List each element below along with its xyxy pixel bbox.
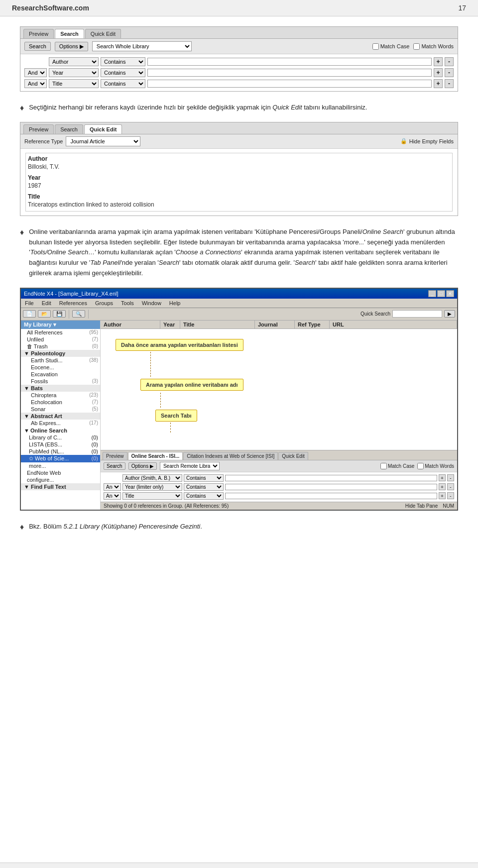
inner-field-2[interactable]: Year (limiter only) (122, 483, 182, 491)
sidebar-item-unfiled[interactable]: Unfiled (7) (21, 336, 100, 343)
inner-match-words-label[interactable]: Match Words (417, 463, 454, 469)
inner-op-2[interactable]: And (104, 483, 121, 491)
inner-options-button[interactable]: Options ▶ (128, 462, 157, 470)
inner-add-1[interactable]: + (439, 474, 446, 481)
inner-cond-1[interactable]: Contains (184, 474, 224, 482)
match-case-label[interactable]: Match Case (372, 43, 410, 50)
value-input-2[interactable] (147, 69, 432, 77)
quick-search-input[interactable] (392, 310, 442, 318)
add-row-1-button[interactable]: + (434, 57, 443, 66)
quick-search-button[interactable]: ▶ (444, 310, 455, 318)
field-select-3[interactable]: Title (49, 79, 99, 88)
add-row-3-button[interactable]: + (434, 79, 443, 88)
qe-tab-search[interactable]: Search (55, 124, 83, 134)
inner-match-words-checkbox[interactable] (417, 463, 424, 469)
menu-help[interactable]: Help (167, 300, 183, 307)
qe-tab-preview[interactable]: Preview (23, 124, 54, 134)
remove-row-3-button[interactable]: - (445, 79, 454, 88)
menu-groups[interactable]: Groups (93, 300, 115, 307)
search-button[interactable]: Search (24, 42, 51, 51)
sidebar-find-full-text[interactable]: ▼ Find Full Text (21, 483, 100, 490)
inner-op-3[interactable]: And (104, 492, 121, 500)
sidebar-item-trash[interactable]: 🗑 Trash (0) (21, 343, 100, 350)
qe-tab-quickedit[interactable]: Quick Edit (84, 124, 122, 134)
sidebar-sub-earth-studi[interactable]: Earth Studi... (38) (21, 357, 100, 364)
inner-remove-1[interactable]: - (447, 474, 454, 481)
sidebar-sub-echolocation[interactable]: Echolocation (7) (21, 399, 100, 406)
inner-val-3[interactable] (225, 493, 437, 499)
inner-tab-online-search[interactable]: Online Search - ISI... (128, 452, 183, 460)
options-button[interactable]: Options ▶ (55, 42, 88, 51)
inner-field-3[interactable]: Title (122, 492, 182, 500)
sidebar-sub-fossils[interactable]: Fossils (3) (21, 378, 100, 385)
inner-search-button[interactable]: Search (104, 462, 125, 470)
condition-select-1[interactable]: Contains (101, 57, 145, 66)
inner-library-dropdown[interactable]: Search Remote Library (160, 462, 220, 470)
sidebar-sub-excavation[interactable]: Excavation (21, 371, 100, 378)
library-dropdown[interactable]: Search Whole Library (92, 41, 192, 51)
hide-tab-pane-button[interactable]: Hide Tab Pane (405, 503, 438, 509)
inner-cond-2[interactable]: Contains (184, 483, 224, 491)
inner-match-case-checkbox[interactable] (380, 463, 387, 469)
remove-row-2-button[interactable]: - (445, 68, 454, 77)
operator-select-3[interactable]: And (24, 79, 47, 88)
match-case-checkbox[interactable] (372, 43, 379, 50)
match-words-checkbox[interactable] (413, 43, 420, 50)
maximize-button[interactable]: □ (437, 290, 445, 297)
inner-val-1[interactable] (225, 475, 437, 481)
sidebar-online-library-congress[interactable]: Library of C... (0) (21, 434, 100, 441)
endnote-web-label: EndNote Web (27, 470, 61, 476)
inner-add-3[interactable]: + (439, 492, 446, 499)
inner-cond-3[interactable]: Contains (184, 492, 224, 500)
value-input-3[interactable] (147, 80, 432, 88)
sidebar-group-bats[interactable]: ▼ Bats (21, 385, 100, 392)
condition-select-2[interactable]: Contains (101, 68, 145, 77)
inner-tab-quickedit[interactable]: Quick Edit (278, 452, 308, 460)
ref-type-select[interactable]: Journal Article (66, 136, 140, 146)
inner-field-1[interactable]: Author (Smith, A. B.) (122, 474, 182, 482)
add-row-2-button[interactable]: + (434, 68, 443, 77)
field-select-2[interactable]: Year (49, 68, 99, 77)
sidebar-online-web-of-science[interactable]: ✩ Web of Scie... (0) (21, 455, 100, 462)
menu-edit[interactable]: Edit (40, 300, 53, 307)
tab-quickedit[interactable]: Quick Edit (85, 29, 121, 38)
inner-match-case-label[interactable]: Match Case (380, 463, 414, 469)
toolbar-save-btn[interactable]: 💾 (53, 310, 66, 318)
tab-search[interactable]: Search (55, 29, 84, 38)
inner-remove-2[interactable]: - (447, 483, 454, 490)
toolbar-new-btn[interactable]: 📄 (23, 310, 36, 318)
sidebar-sub-ab-expres[interactable]: Ab Expres... (17) (21, 420, 100, 427)
sidebar-sub-chiroptera[interactable]: Chiroptera (23) (21, 392, 100, 399)
toolbar-search-btn[interactable]: 🔍 (72, 310, 85, 318)
sidebar-group-abstract-art[interactable]: ▼ Abstract Art (21, 413, 100, 420)
match-words-label[interactable]: Match Words (413, 43, 454, 50)
hide-empty-button[interactable]: 🔒 Hide Empty Fields (400, 138, 454, 144)
value-input-1[interactable] (147, 58, 432, 66)
sidebar-sub-eocene[interactable]: Eocene... (21, 364, 100, 371)
sidebar-sub-sonar[interactable]: Sonar (5) (21, 406, 100, 413)
toolbar-open-btn[interactable]: 📂 (38, 310, 51, 318)
sidebar-group-paleontology[interactable]: ▼ Paleontology (21, 350, 100, 357)
field-select-1[interactable]: Author (49, 57, 99, 66)
inner-tab-preview[interactable]: Preview (103, 452, 127, 460)
inner-tab-citation[interactable]: Citation Indexes at Web of Science [ISI] (183, 452, 278, 460)
remove-row-1-button[interactable]: - (445, 57, 454, 66)
sidebar-online-pubmed[interactable]: PubMed (NL... (0) (21, 448, 100, 455)
menu-file[interactable]: File (23, 300, 36, 307)
minimize-button[interactable]: _ (428, 290, 436, 297)
menu-references[interactable]: References (57, 300, 89, 307)
sidebar-online-more[interactable]: more... (21, 462, 100, 469)
close-button[interactable]: ✕ (446, 290, 454, 297)
sidebar-item-all-references[interactable]: All References (95) (21, 329, 100, 336)
menu-tools[interactable]: Tools (119, 300, 136, 307)
sidebar-online-lista[interactable]: LISTA (EBS... (0) (21, 441, 100, 448)
inner-remove-3[interactable]: - (447, 492, 454, 499)
condition-select-3[interactable]: Contains (101, 79, 145, 88)
sidebar-item-endnote-web[interactable]: EndNote Web (21, 469, 100, 476)
menu-window[interactable]: Window (140, 300, 163, 307)
operator-select-2[interactable]: And (24, 68, 47, 77)
sidebar-item-configure[interactable]: configure... (21, 476, 100, 483)
tab-preview[interactable]: Preview (23, 29, 54, 38)
inner-add-2[interactable]: + (439, 483, 446, 490)
inner-val-2[interactable] (225, 484, 437, 490)
